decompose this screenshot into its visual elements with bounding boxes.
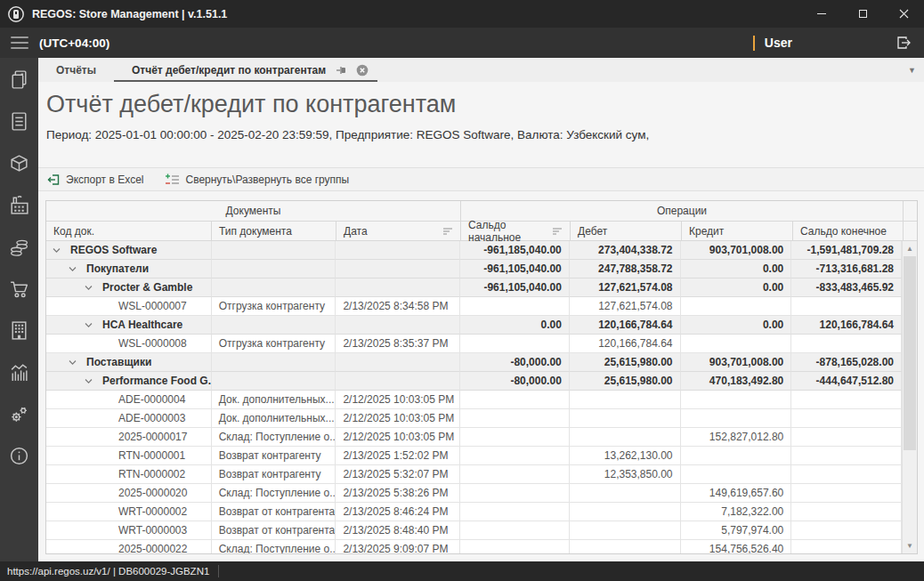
cell-credit [681,465,792,484]
column-header-doc-code[interactable]: Код док. [46,222,212,241]
tab-list-dropdown-icon[interactable]: ▼ [908,66,916,75]
cell-doc-code: WRT-0000003 [46,521,212,540]
scrollbar-thumb[interactable] [904,256,916,450]
table-row[interactable]: Поставщики -80,000.00 25,615,980.00 903,… [46,353,902,372]
cell-doc-type: Склад: Поступление о... [212,540,336,553]
table-row[interactable]: ADE-0000003 Док. дополнительных... 2/12/… [46,409,902,428]
hamburger-menu-icon[interactable] [0,36,38,49]
main-area: Отчёты Отчёт дебет/кредит по контрагента… [38,58,924,561]
cell-credit: 0.00 [681,260,792,278]
user-menu[interactable]: User [765,36,792,50]
column-header-opening-balance[interactable]: Сальдо начальное [461,222,571,241]
expand-chevron-icon[interactable] [69,266,86,272]
cell-closing-balance [791,297,902,316]
band-documents: Документы [46,201,461,222]
cell-doc-type: Возврат контрагенту [212,447,336,465]
package-icon[interactable] [8,151,31,174]
maximize-button[interactable] [842,0,883,28]
table-row[interactable]: Procter & Gamble -961,105,040.00 127,621… [46,278,902,297]
tab-close-icon[interactable] [356,64,369,77]
expand-chevron-icon[interactable] [85,322,102,328]
cell-doc-type: Возврат от контрагента [212,521,336,540]
pin-icon[interactable] [335,64,347,77]
column-header-date[interactable]: Дата [336,222,461,241]
column-header-closing-balance[interactable]: Сальдо конечное [793,222,904,241]
cell-doc-type: Док. дополнительных... [212,409,336,428]
cell-doc-type [212,278,336,297]
table-row[interactable]: REGOS Software -961,185,040.00 273,404,3… [46,241,902,260]
cart-icon[interactable] [8,277,31,300]
cell-doc-code: RTN-0000002 [46,465,212,484]
app-title: REGOS: Store Management | v.1.51.1 [32,8,227,20]
tab-debit-credit-report[interactable]: Отчёт дебет/кредит по контрагентам [114,58,377,82]
cell-closing-balance [791,465,902,484]
table-row[interactable]: ADE-0000004 Док. дополнительных... 2/12/… [46,391,902,409]
column-header-credit[interactable]: Кредит [682,222,793,241]
gears-icon[interactable] [8,402,31,425]
cell-opening-balance [460,503,570,521]
cell-date: 2/13/2025 1:52:02 PM [336,447,460,465]
user-accent-bar [753,36,755,51]
column-header-debit[interactable]: Дебет [571,222,682,241]
cell-doc-type: Док. дополнительных... [212,391,336,409]
document-icon[interactable] [8,109,31,133]
table-row[interactable]: WRT-0000003 Возврат от контрагента 2/13/… [46,521,902,540]
cell-closing-balance [791,409,902,428]
cell-debit: 127,621,574.08 [570,297,681,316]
cell-doc-code: ADE-0000004 [46,391,212,409]
cell-date: 2/12/2025 10:03:05 PM [336,409,460,428]
cell-date: 2/13/2025 8:35:37 PM [336,335,460,353]
expand-chevron-icon[interactable] [85,378,102,384]
app-window: REGOS: Store Management | v.1.51.1 (UTC+… [0,0,924,581]
export-excel-button[interactable]: Экспорт в Excel [46,173,143,187]
expand-chevron-icon[interactable] [85,285,102,291]
table-row[interactable]: WRT-0000002 Возврат от контрагента 2/13/… [46,503,902,521]
minimize-button[interactable] [801,0,842,28]
cell-doc-code: WSL-0000007 [46,297,212,316]
cell-credit: 903,701,008.00 [681,353,792,372]
cell-credit: 903,701,008.00 [681,241,792,260]
cell-date [336,353,460,372]
column-header-doc-type[interactable]: Тип документа [212,222,336,241]
copy-pages-icon[interactable] [8,68,31,91]
cell-doc-code: Procter & Gamble [46,278,212,297]
table-row[interactable]: WSL-0000007 Отгрузка контрагенту 2/13/20… [46,297,902,316]
cell-doc-type [212,241,336,260]
cell-doc-code: RTN-0000001 [46,447,212,465]
cell-date: 2/13/2025 5:32:07 PM [336,465,460,484]
cell-credit: 152,827,012.80 [681,428,792,447]
export-excel-label: Экспорт в Excel [66,173,143,186]
timezone-label: (UTC+04:00) [39,36,109,50]
factory-icon[interactable] [8,193,31,216]
cell-credit: 5,797,974.00 [681,521,792,540]
building-icon[interactable] [8,319,31,342]
table-row[interactable]: HCA Healthcare 0.00 120,166,784.64 0.00 … [46,316,902,335]
table-row[interactable]: 2025-0000022 Склад: Поступление о... 2/1… [46,540,902,553]
expand-chevron-icon[interactable] [53,247,70,254]
scroll-down-arrow-icon[interactable]: ▼ [903,538,917,553]
expand-chevron-icon[interactable] [69,359,86,366]
table-row[interactable]: Покупатели -961,105,040.00 247,788,358.7… [46,260,902,278]
table-row[interactable]: 2025-0000020 Склад: Поступление о... 2/1… [46,484,902,503]
collapse-expand-groups-button[interactable]: Свернуть\Развернуть все группы [165,173,349,187]
cell-opening-balance: -961,105,040.00 [460,260,570,278]
chart-icon[interactable] [8,360,31,383]
info-icon[interactable] [8,444,31,467]
close-button[interactable] [883,0,924,28]
statusbar: https://api.regos.uz/v1/ | DB600029-JGBZ… [0,561,924,581]
coins-icon[interactable] [8,235,31,258]
cell-debit [570,409,681,428]
table-row[interactable]: WSL-0000008 Отгрузка контрагенту 2/13/20… [46,335,902,353]
collapse-expand-label: Свернуть\Развернуть все группы [185,173,349,186]
cell-debit: 25,615,980.00 [570,353,681,372]
table-row[interactable]: RTN-0000001 Возврат контрагенту 2/13/202… [46,447,902,465]
logout-button[interactable] [895,34,912,52]
cell-credit: 470,183,492.80 [681,372,792,391]
table-row[interactable]: Performance Food G... -80,000.00 25,615,… [46,372,902,391]
scroll-up-arrow-icon[interactable]: ▲ [903,241,917,256]
table-row[interactable]: RTN-0000002 Возврат контрагенту 2/13/202… [46,465,902,484]
cell-debit: 13,262,130.00 [570,447,681,465]
vertical-scrollbar[interactable]: ▲ ▼ [902,241,917,553]
table-row[interactable]: 2025-0000017 Склад: Поступление о... 2/1… [46,428,902,447]
tab-reports[interactable]: Отчёты [38,58,114,82]
